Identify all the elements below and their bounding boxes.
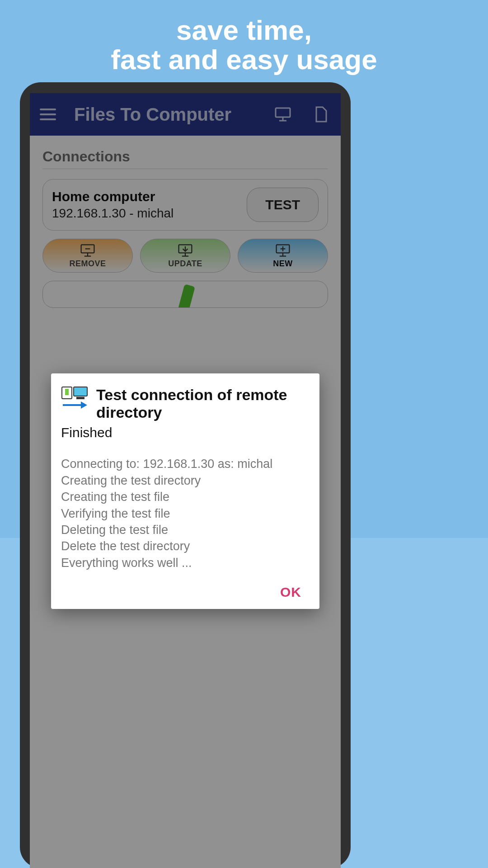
dialog-status: Finished [61,425,310,440]
promo-line2: fast and easy usage [111,44,377,75]
app-logo-icon [61,386,88,410]
test-connection-dialog: Test connection of remote directory Fini… [51,373,319,609]
dialog-title: Test connection of remote directory [96,386,310,421]
ok-button[interactable]: OK [280,585,301,600]
promo-heading: save time, fast and easy usage [0,0,488,74]
svg-rect-19 [76,397,84,399]
dialog-actions: OK [61,585,310,602]
svg-rect-17 [65,389,69,395]
dialog-header: Test connection of remote directory [61,386,310,421]
device-frame: Files To Computer Connections Home compu… [20,82,351,868]
dialog-body: Connecting to: 192.168.1.30 as: michal C… [61,456,310,571]
app-screen: Files To Computer Connections Home compu… [30,93,341,868]
svg-rect-18 [74,387,87,396]
promo-line1: save time, [176,14,312,46]
